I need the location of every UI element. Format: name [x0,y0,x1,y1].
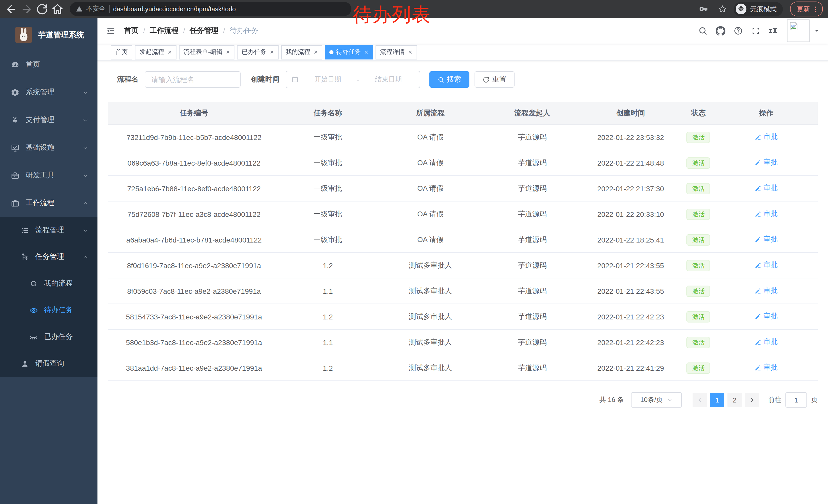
approve-link[interactable]: 审批 [755,312,778,321]
bookmark-star-icon[interactable] [718,5,727,13]
breadcrumb-item[interactable]: 首页 [124,26,138,35]
face-icon [29,279,38,288]
user-menu-caret-icon[interactable] [814,28,820,34]
approve-label: 审批 [763,184,778,193]
pencil-icon [755,288,761,294]
browser-back-icon[interactable] [5,3,17,15]
close-tab-icon[interactable]: × [270,49,274,55]
breadcrumb-item[interactable]: 工作流程 [150,26,178,35]
sidebar-menu: 首页系统管理支付管理基础设施研发工具工作流程流程管理任务管理我的流程待办任务已办… [0,51,97,377]
tab-1[interactable]: 发起流程× [135,45,176,59]
goto-page-input[interactable] [785,392,807,408]
update-label: 更新 [797,4,810,13]
chrome-menu-icon[interactable] [812,5,819,12]
close-tab-icon[interactable]: × [226,49,230,55]
status-cell: 激活 [682,253,715,278]
chrome-update-button[interactable]: 更新 [790,2,823,16]
prev-page-button[interactable] [693,393,707,407]
approve-link[interactable]: 审批 [755,210,778,219]
dashboard-icon [11,60,19,69]
address-bar[interactable]: 不安全 dashboard.yudao.iocoder.cn/bpm/task/… [70,2,351,16]
close-tab-icon[interactable]: × [408,49,412,55]
browser-home-icon[interactable] [51,3,64,15]
sidebar-item-label: 流程管理 [35,226,64,235]
tab-0[interactable]: 首页 [111,45,132,59]
task-id: 725a1eb6-7b88-11ec-8ef0-acde48001122 [108,176,280,201]
process-name: 测试多审批人 [376,253,486,278]
process-name-input[interactable] [145,71,241,88]
sidebar-item-7[interactable]: 任务管理 [0,243,97,270]
process-name: 测试多审批人 [376,329,486,355]
table-row: 73211d9d-7b9b-11ec-b5b7-acde48001122一级审批… [108,124,818,150]
next-page-button[interactable] [745,393,759,407]
table-row: 75d72608-7b7f-11ec-a3c8-acde48001122一级审批… [108,201,818,227]
reset-button[interactable]: 重置 [474,71,514,88]
tab-2[interactable]: 流程表单-编辑× [179,45,235,59]
page-button-2[interactable]: 2 [728,393,742,407]
browser-forward-icon[interactable] [20,3,33,15]
header-search-icon[interactable] [698,26,707,35]
chevron-left-icon [697,397,703,403]
fullscreen-icon[interactable] [751,26,760,35]
github-icon[interactable] [716,26,726,36]
pencil-icon [755,185,761,192]
avatar[interactable] [787,19,810,42]
navbar-tools [694,19,820,42]
approve-link[interactable]: 审批 [755,184,778,193]
approve-link[interactable]: 审批 [755,235,778,244]
sidebar-logo[interactable]: 芋道管理系统 [0,18,97,48]
date-range-picker[interactable]: 开始日期 - 结束日期 [286,71,420,88]
broken-image-icon [788,21,799,31]
sidebar-item-8[interactable]: 我的流程 [0,270,97,297]
sidebar-item-11[interactable]: 请假查询 [0,350,97,377]
sidebar-item-3[interactable]: 基础设施 [0,134,97,162]
close-tab-icon[interactable]: × [168,49,172,55]
status-badge: 激活 [687,209,710,220]
tab-4[interactable]: 我的流程× [281,45,322,59]
table-row: 381aa1dd-7ac8-11ec-a9e2-a2380e71991a1.2测… [108,355,818,381]
sidebar-collapse-icon[interactable] [106,26,116,36]
breadcrumb: 首页/工作流程/任务管理/待办任务 [124,26,258,35]
browser-reload-icon[interactable] [36,3,48,15]
page-button-1[interactable]: 1 [710,393,724,407]
approve-link[interactable]: 审批 [755,261,778,270]
action-cell: 审批 [715,253,818,278]
table-row: 580e1b3d-7ac8-11ec-a9e2-a2380e71991a1.1测… [108,329,818,355]
not-secure-warning-icon[interactable] [76,6,83,12]
breadcrumb-item[interactable]: 任务管理 [190,26,218,35]
sidebar-item-label: 系统管理 [26,88,54,97]
sidebar-item-4[interactable]: 研发工具 [0,162,97,189]
sidebar-item-9[interactable]: 待办任务 [0,297,97,324]
approve-link[interactable]: 审批 [755,133,778,142]
approve-link[interactable]: 审批 [755,363,778,372]
action-cell: 审批 [715,304,818,329]
tab-5[interactable]: 待办任务× [325,45,373,59]
help-icon[interactable] [734,26,743,35]
font-size-icon[interactable] [769,26,778,35]
page-size-select[interactable]: 10条/页 [631,392,682,408]
action-cell: 审批 [715,150,818,176]
status-cell: 激活 [682,150,715,176]
sidebar-item-0[interactable]: 首页 [0,51,97,79]
close-tab-icon[interactable]: × [314,49,318,55]
tab-6[interactable]: 流程详情× [376,45,417,59]
sidebar-item-10[interactable]: 已办任务 [0,324,97,350]
tab-3[interactable]: 已办任务× [237,45,278,59]
action-cell: 审批 [715,124,818,150]
approve-link[interactable]: 审批 [755,338,778,347]
sidebar-item-2[interactable]: 支付管理 [0,106,97,134]
approve-link[interactable]: 审批 [755,286,778,295]
password-key-icon[interactable] [699,5,708,13]
search-button[interactable]: 搜索 [429,71,469,88]
select-caret-icon [667,397,672,403]
eye-icon [29,306,38,315]
sidebar-item-6[interactable]: 流程管理 [0,217,97,243]
tab-label: 流程详情 [380,48,405,56]
create-time: 2022-01-22 21:37:30 [579,176,682,201]
close-tab-icon[interactable]: × [365,49,368,55]
sidebar-item-5[interactable]: 工作流程 [0,189,97,217]
goto-label: 前往 [768,395,781,405]
task-id: 580e1b3d-7ac8-11ec-a9e2-a2380e71991a [108,329,280,355]
sidebar-item-1[interactable]: 系统管理 [0,79,97,106]
approve-link[interactable]: 审批 [755,158,778,168]
